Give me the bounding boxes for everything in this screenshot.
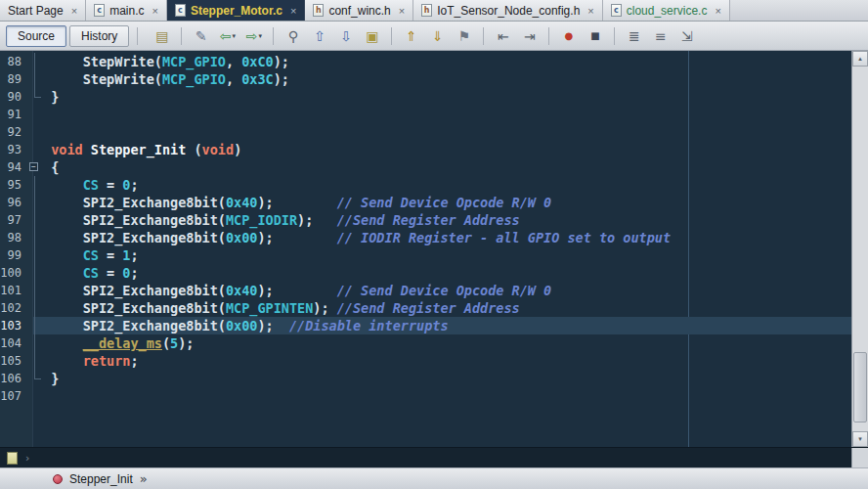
find-next-occurrence-button[interactable]: ⇩ [333,24,358,48]
code-text: SPI2_Exchange8bit(MCP_GPINTEN); //Send R… [43,299,851,317]
code-editor[interactable]: 88 StepWrite(MCP_GPIO, 0xC0);89 StepWrit… [0,51,868,447]
close-tab-icon[interactable]: × [587,6,593,16]
document-icon[interactable] [7,452,18,465]
stop-macro-recording-button[interactable]: ■ [583,24,607,48]
line-number: 88 [0,53,27,70]
fold-marker [27,141,43,158]
fold-marker [27,264,43,282]
h-file-icon: h [313,4,324,17]
uncomment-lines-button[interactable]: ≡ [648,24,673,48]
close-tab-icon[interactable]: × [152,6,157,16]
toolbar-separator [548,27,549,45]
line-number: 107 [0,387,27,405]
toolbar-separator [391,27,392,45]
tab-stepper-motor-c[interactable]: cStepper_Motor.c× [167,0,305,21]
comment-lines-button[interactable]: ≣ [622,24,646,48]
shift-line-left-button[interactable]: ⇤ [491,24,515,48]
scrollbar-corner [851,448,868,467]
back-button[interactable]: ⇦▾ [215,24,239,48]
code-line-104[interactable]: 104 __delay_ms(5); [0,334,851,352]
fold-marker [27,123,43,141]
fold-marker [27,370,43,387]
diff-sidebar-icon: ▤ [155,29,168,43]
vertical-scrollbar[interactable]: ▴ ▾ [851,51,868,447]
tab-iot-sensor-node-config-h[interactable]: hIoT_Sensor_Node_config.h× [413,0,603,21]
close-tab-icon[interactable]: × [715,6,720,16]
code-line-88[interactable]: 88 StepWrite(MCP_GPIO, 0xC0); [0,53,851,70]
code-text: CS = 0; [43,264,851,282]
code-area[interactable]: 88 StepWrite(MCP_GPIO, 0xC0);89 StepWrit… [0,53,851,405]
fold-marker [27,106,43,123]
code-line-96[interactable]: 96 SPI2_Exchange8bit(0x40); // Send Devi… [0,194,851,211]
find-previous-occurrence-button[interactable]: ⇧ [307,24,331,48]
close-tab-icon[interactable]: × [399,6,405,16]
back-icon: ⇦ [220,29,232,43]
close-tab-icon[interactable]: × [71,6,77,16]
code-line-95[interactable]: 95 CS = 0; [0,176,851,194]
toolbar-icons: ▤✎⇦▾⇨▾⚲⇧⇩▣⇑⇓⚑⇤⇥●■≣≡⇲ [150,24,699,48]
code-text: SPI2_Exchange8bit(0x00); // IODIR Regist… [43,229,851,246]
tab-cloud-service-c[interactable]: ccloud_service.c× [603,0,730,21]
line-number: 105 [0,352,27,370]
breadcrumb-function[interactable]: Stepper_Init [69,472,133,486]
code-line-102[interactable]: 102 SPI2_Exchange8bit(MCP_GPINTEN); //Se… [0,299,851,317]
code-line-94[interactable]: 94− { [0,158,851,176]
code-line-99[interactable]: 99 CS = 1; [0,246,851,264]
code-line-92[interactable]: 92 [0,123,851,141]
code-line-103[interactable]: 103 SPI2_Exchange8bit(0x00); //Disable i… [0,317,851,334]
history-button[interactable]: History [69,25,129,47]
tab-start-page[interactable]: Start Page× [0,0,86,21]
code-line-91[interactable]: 91 [0,106,851,123]
diff-sidebar-button[interactable]: ▤ [150,24,174,48]
code-line-93[interactable]: 93 void Stepper_Init (void) [0,141,851,158]
insert-code-button[interactable]: ⇲ [674,24,699,48]
scroll-down-icon[interactable]: ▾ [852,431,868,447]
toggle-bookmark-button[interactable]: ⚑ [452,24,476,48]
code-text: StepWrite(MCP_GPIO, 0x3C); [43,70,851,88]
shift-line-right-button[interactable]: ⇥ [517,24,542,48]
code-text: SPI2_Exchange8bit(0x40); // Send Device … [43,282,851,299]
next-bookmark-button[interactable]: ⇓ [425,24,450,48]
code-line-101[interactable]: 101 SPI2_Exchange8bit(0x40); // Send Dev… [0,282,851,299]
code-line-106[interactable]: 106 } [0,370,851,387]
code-line-98[interactable]: 98 SPI2_Exchange8bit(0x00); // IODIR Reg… [0,229,851,246]
code-line-100[interactable]: 100 CS = 0; [0,264,851,282]
close-tab-icon[interactable]: × [290,6,296,16]
line-number: 104 [0,334,27,352]
tab-conf-winc-h[interactable]: hconf_winc.h× [305,0,413,21]
fold-marker [27,88,43,106]
toolbar-separator [181,27,182,45]
start-macro-recording-button[interactable]: ● [556,24,581,48]
forward-icon: ⇨ [246,29,258,43]
dropdown-arrow-icon[interactable]: ▾ [232,32,236,40]
code-line-107[interactable]: 107 [0,387,851,405]
ide-window: Start Page×cmain.c×cStepper_Motor.c×hcon… [0,0,868,489]
code-line-97[interactable]: 97 SPI2_Exchange8bit(MCP_IODIR); //Send … [0,211,851,229]
comment-lines-icon: ≣ [629,29,640,43]
editor-tab-bar: Start Page×cmain.c×cStepper_Motor.c×hcon… [0,0,868,22]
scroll-up-icon[interactable]: ▴ [852,51,868,67]
last-edit-position-icon: ✎ [195,29,207,43]
source-button[interactable]: Source [6,25,66,47]
toolbar-separator [273,27,274,45]
find-selection-icon: ⚲ [288,29,298,43]
line-number: 97 [0,211,27,229]
code-line-90[interactable]: 90 } [0,88,851,106]
code-text [43,106,851,123]
fold-collapse-icon[interactable]: − [27,158,43,176]
previous-bookmark-button[interactable]: ⇑ [399,24,423,48]
forward-button[interactable]: ⇨▾ [241,24,266,48]
find-selection-button[interactable]: ⚲ [281,24,305,48]
toggle-highlight-search-button[interactable]: ▣ [360,24,384,48]
line-number: 91 [0,106,27,123]
code-line-89[interactable]: 89 StepWrite(MCP_GPIO, 0x3C); [0,70,851,88]
code-text: void Stepper_Init (void) [43,141,851,158]
code-text: return; [43,352,851,370]
code-text: { [43,158,851,176]
code-line-105[interactable]: 105 return; [0,352,851,370]
dropdown-arrow-icon[interactable]: ▾ [258,32,262,40]
fold-minus-icon[interactable]: − [29,162,38,171]
scrollbar-thumb[interactable] [853,352,867,422]
last-edit-position-button[interactable]: ✎ [189,24,213,48]
tab-main-c[interactable]: cmain.c× [86,0,167,21]
